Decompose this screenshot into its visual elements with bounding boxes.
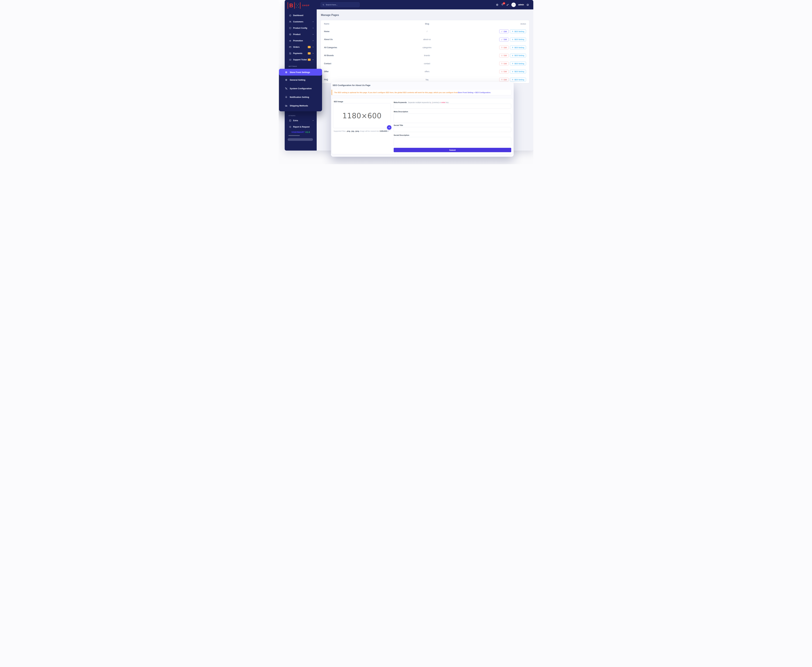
sidebar-item-customers[interactable]: Customers: [285, 18, 317, 25]
supported-files-hint: Supported Files: .png, .jpg, .jpeg. Imag…: [334, 130, 389, 132]
ticket-icon: [289, 58, 291, 61]
pages-table: Name Slug Action Home / Edit SEO Setting…: [321, 20, 529, 83]
users-icon: [289, 20, 291, 23]
sidebar-item-support-ticket[interactable]: Support Ticket 1: [285, 56, 317, 63]
report-icon: [289, 126, 291, 128]
seo-setting-button[interactable]: SEO Setting: [510, 61, 526, 65]
power-icon[interactable]: [526, 3, 529, 6]
image-placeholder: 1180×600: [343, 112, 382, 120]
payments-count-badge: 1: [308, 52, 311, 55]
page-slug: about-us: [401, 38, 453, 41]
seo-setting-button[interactable]: SEO Setting: [510, 70, 526, 73]
table-row: Offer offers Edit SEO Setting: [324, 68, 526, 76]
gear-icon: [512, 55, 514, 56]
seo-form: SEO Image 1180×600 Supported Files: .png…: [332, 98, 513, 154]
page-name: About Us: [324, 38, 401, 41]
page-name: FAQ: [324, 78, 401, 81]
brand-logo[interactable]: B SHOP: [285, 0, 317, 9]
sidebar-item-general-setting[interactable]: General Setting: [279, 76, 322, 84]
notifications-button[interactable]: 99: [501, 3, 504, 7]
megaphone-icon: [289, 40, 291, 42]
sidebar-item-product[interactable]: Product: [285, 31, 317, 38]
screenshot-root: B SHOP Dashboard Customers Prod: [279, 0, 533, 164]
social-title-input[interactable]: [394, 127, 511, 132]
gear-icon: [285, 78, 288, 81]
key-icon[interactable]: [506, 3, 509, 6]
edit-button-disabled[interactable]: Edit: [499, 70, 509, 73]
admin-label[interactable]: admin: [518, 3, 524, 6]
sidebar-item-report-request[interactable]: Report & Request: [285, 124, 317, 130]
table-header-row: Name Slug Action: [324, 20, 526, 27]
edit-button[interactable]: Edit: [499, 30, 509, 33]
meta-keywords-label: Meta Keywords Separate multiple keywords…: [394, 101, 449, 104]
meta-keywords-input[interactable]: [394, 104, 511, 109]
sidebar-item-promotion[interactable]: Promotion: [285, 38, 317, 44]
grid-icon: [289, 119, 291, 122]
sidebar-item-shipping-methods[interactable]: Shipping Methods: [279, 101, 322, 110]
sidebar: B SHOP Dashboard Customers Prod: [285, 0, 317, 151]
seo-setting-button[interactable]: SEO Setting: [510, 46, 526, 49]
sidebar-item-payments[interactable]: Payments 1: [285, 50, 317, 56]
sidebar-item-product-config[interactable]: Product Config: [285, 25, 317, 31]
social-title-label: Social Title: [394, 124, 403, 126]
page-slug: offers: [401, 70, 453, 73]
tools-icon: [285, 87, 288, 90]
page-title: Manage Pages: [321, 13, 339, 17]
page-slug: categories: [401, 46, 453, 49]
seo-setting-button[interactable]: SEO Setting: [510, 78, 526, 81]
globe-icon[interactable]: [496, 3, 499, 6]
search-box[interactable]: [321, 2, 359, 7]
seo-setting-button[interactable]: SEO Setting: [510, 54, 526, 57]
sidebar-item-notification-setting[interactable]: Notification Setting: [279, 93, 322, 101]
table-row: Home / Edit SEO Setting: [324, 27, 526, 35]
avatar[interactable]: [511, 3, 516, 7]
invoice-icon: [289, 52, 291, 55]
gear-icon: [512, 30, 514, 32]
column-header-slug: Slug: [401, 23, 453, 25]
edit-button-disabled[interactable]: Edit: [499, 54, 509, 57]
topbar-actions: 99 admin: [496, 3, 533, 7]
chevron-down-icon: [312, 40, 314, 42]
table-row: All Categories categories Edit SEO Setti…: [324, 43, 526, 51]
gear-icon: [512, 71, 514, 73]
sidebar-item-system-configuration[interactable]: System Configuration: [279, 84, 322, 93]
sidebar-item-extra[interactable]: Extra: [285, 117, 317, 124]
footer-brand: VISERMART V2.0: [285, 131, 317, 133]
search-input[interactable]: [326, 4, 358, 6]
lifering-icon: [285, 71, 288, 74]
seo-notice-link[interactable]: Store Front Setting > SEO Configuration.: [458, 91, 491, 93]
seo-configuration-panel: SEO Configuration for About Us Page The …: [331, 82, 514, 157]
orders-count-badge: 1: [308, 46, 311, 48]
seo-setting-button[interactable]: SEO Setting: [510, 38, 526, 41]
sidebar-item-orders[interactable]: Orders 1: [285, 44, 317, 50]
sidebar-item-dashboard[interactable]: Dashboard: [285, 12, 317, 18]
table-row: All Brands brands Edit SEO Setting: [324, 51, 526, 60]
settings-section-label: SETTINGS: [289, 66, 297, 67]
upload-image-button[interactable]: [387, 125, 391, 129]
edit-button-disabled[interactable]: Edit: [499, 46, 509, 49]
seo-setting-button[interactable]: SEO Setting: [510, 30, 526, 33]
meta-description-textarea[interactable]: [394, 114, 511, 123]
page-slug: contact: [401, 63, 453, 65]
bell-icon: [285, 96, 288, 98]
submit-button[interactable]: Submit: [394, 148, 511, 152]
ban-icon: [501, 71, 503, 73]
home-icon: [289, 14, 291, 17]
others-nav: Extra Report & Request: [285, 117, 317, 130]
edit-button[interactable]: Edit: [499, 38, 509, 41]
footer-pill: [288, 138, 313, 141]
truck-icon: [285, 105, 288, 107]
edit-button-disabled[interactable]: Edit: [499, 61, 509, 65]
seo-image-dropzone[interactable]: 1180×600: [333, 103, 391, 128]
page-name: Contact: [324, 63, 401, 65]
logo-dots-icon: [296, 3, 299, 8]
logo-bar: [288, 2, 288, 9]
settings-popout-panel: Store Front Settings General Setting Sys…: [279, 69, 322, 111]
social-description-textarea[interactable]: [394, 137, 511, 146]
edit-button-disabled[interactable]: Edit: [499, 78, 509, 81]
ban-icon: [501, 63, 503, 65]
footer-divider: [288, 135, 300, 136]
sidebar-item-store-front-settings[interactable]: Store Front Settings: [279, 69, 322, 76]
gear-icon: [512, 79, 514, 80]
seo-image-label: SEO Image: [334, 101, 343, 103]
